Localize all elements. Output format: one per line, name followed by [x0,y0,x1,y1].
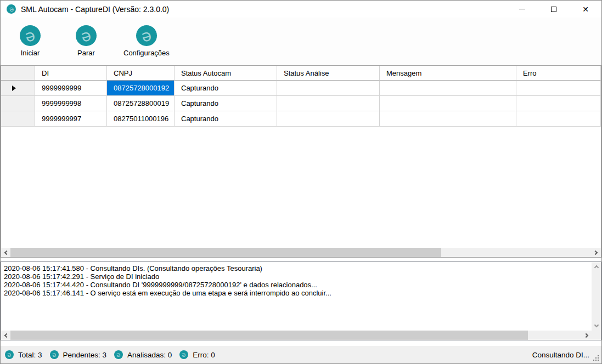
analisadas-label: Analisadas: 0 [127,351,172,359]
cell-cnpj[interactable]: 08275011000196 [107,111,175,127]
cell-mensagem[interactable] [380,111,516,127]
column-header-erro[interactable]: Erro [516,66,601,81]
table-row: 9999999999 08725728000192 Capturando [1,81,601,96]
parar-label: Parar [77,49,95,57]
iniciar-icon: ə [20,25,41,46]
close-button[interactable]: ✕ [570,1,601,18]
column-header-rowselector[interactable] [1,66,35,81]
cell-cnpj-selected[interactable]: 08725728000192 [107,81,175,96]
total-label: Total: 3 [18,351,42,359]
iniciar-label: Iniciar [21,49,40,57]
cell-erro[interactable] [516,111,601,127]
parar-button[interactable]: ə Parar [70,25,103,65]
erro-icon: ə [179,350,188,359]
minimize-button[interactable] [506,1,538,18]
resize-grip[interactable] [593,355,599,361]
current-row-arrow-icon [12,86,16,91]
total-icon: ə [5,350,14,359]
cell-status-analise[interactable] [277,96,380,111]
column-header-cnpj[interactable]: CNPJ [107,66,175,81]
log-line: 2020-08-06 15:17:44.420 - Consultando DI… [4,281,592,289]
cell-mensagem[interactable] [380,81,516,96]
status-analisadas: ə Analisadas: 0 [112,350,177,359]
log-panel: 2020-08-06 15:17:41.580 - Consultando DI… [1,261,601,340]
status-bar: ə Total: 3 ə Pendentes: 3 ə Analisadas: … [1,346,601,363]
toolbar: ə Iniciar ə Parar ə Configurações [1,18,601,65]
status-pendentes: ə Pendentes: 3 [48,350,112,359]
scroll-right-button[interactable] [592,248,601,257]
grid-horizontal-scrollbar[interactable] [1,248,601,257]
grid-header-row: DI CNPJ Status Autocam Status Análise Me… [1,66,601,81]
column-header-mensagem[interactable]: Mensagem [380,66,516,81]
configuracoes-label: Configurações [123,49,170,57]
row-selector[interactable] [1,111,35,127]
scrollbar-corner [592,331,601,340]
scroll-left-button[interactable] [1,248,10,257]
cell-status-autocam[interactable]: Capturando [175,96,277,111]
row-selector[interactable] [1,96,35,111]
pendentes-label: Pendentes: 3 [63,351,107,359]
chevron-right-icon [593,250,598,254]
column-header-di[interactable]: DI [35,66,107,81]
erro-label: Erro: 0 [193,351,215,359]
cell-erro[interactable] [516,96,601,111]
log-line: 2020-08-06 15:17:42.291 - Serviço de DI … [4,272,592,281]
cell-mensagem[interactable] [380,96,516,111]
app-logo-icon: ə [7,4,16,14]
cell-status-autocam[interactable]: Capturando [175,81,277,96]
scroll-down-button[interactable] [592,321,601,331]
grid-scrollbar-thumb[interactable] [10,248,441,257]
row-selector-current[interactable] [1,81,35,96]
log-horizontal-scrollbar[interactable] [1,331,592,340]
analisadas-icon: ə [114,350,123,359]
chevron-down-icon [594,323,598,327]
scroll-up-button[interactable] [592,262,601,271]
column-header-status-autocam[interactable]: Status Autocam [175,66,277,81]
maximize-button[interactable] [538,1,570,18]
scroll-left-button[interactable] [1,331,10,340]
log-vertical-scrollbar[interactable] [592,262,601,331]
cell-di[interactable]: 9999999998 [35,96,107,111]
chevron-left-icon [4,250,9,254]
close-icon: ✕ [582,5,589,13]
cell-status-analise[interactable] [277,111,380,127]
chevron-up-icon [594,265,598,270]
divider [1,340,601,346]
maximize-icon [551,7,556,12]
status-total: ə Total: 3 [3,350,48,359]
cell-di[interactable]: 9999999997 [35,111,107,127]
iniciar-button[interactable]: ə Iniciar [14,25,47,65]
pendentes-icon: ə [50,350,59,359]
chevron-right-icon [584,333,588,337]
parar-icon: ə [76,25,97,46]
status-right-text: Consultando DI... [532,346,589,363]
log-scrollbar-thumb[interactable] [10,331,528,340]
table-row: 9999999998 08725728800019 Capturando [1,96,601,111]
log-line: 2020-08-06 15:17:46.141 - O serviço está… [4,289,592,297]
grid-empty-area [1,127,601,248]
configuracoes-icon: ə [136,25,157,46]
chevron-left-icon [4,333,9,337]
divider [1,258,601,261]
scroll-right-button[interactable] [582,331,592,340]
configuracoes-button[interactable]: ə Configurações [120,25,173,65]
log-textbox[interactable]: 2020-08-06 15:17:41.580 - Consultando DI… [1,262,592,331]
cell-status-analise[interactable] [277,81,380,96]
table-row: 9999999997 08275011000196 Capturando [1,111,601,127]
minimize-icon [519,9,525,9]
cell-status-autocam[interactable]: Capturando [175,111,277,127]
title-bar: ə SML Autocam - CaptureDI (Versão: 2.3.0… [1,1,601,18]
di-data-grid: DI CNPJ Status Autocam Status Análise Me… [1,65,601,258]
app-window: ə SML Autocam - CaptureDI (Versão: 2.3.0… [0,0,602,364]
window-controls: ✕ [506,1,601,18]
cell-erro[interactable] [516,81,601,96]
log-line: 2020-08-06 15:17:41.580 - Consultando DI… [4,264,592,272]
column-header-status-analise[interactable]: Status Análise [277,66,380,81]
window-title: SML Autocam - CaptureDI (Versão: 2.3.0.0… [21,5,506,14]
cell-cnpj[interactable]: 08725728800019 [107,96,175,111]
cell-di[interactable]: 9999999999 [35,81,107,96]
status-erro: ə Erro: 0 [177,350,221,359]
